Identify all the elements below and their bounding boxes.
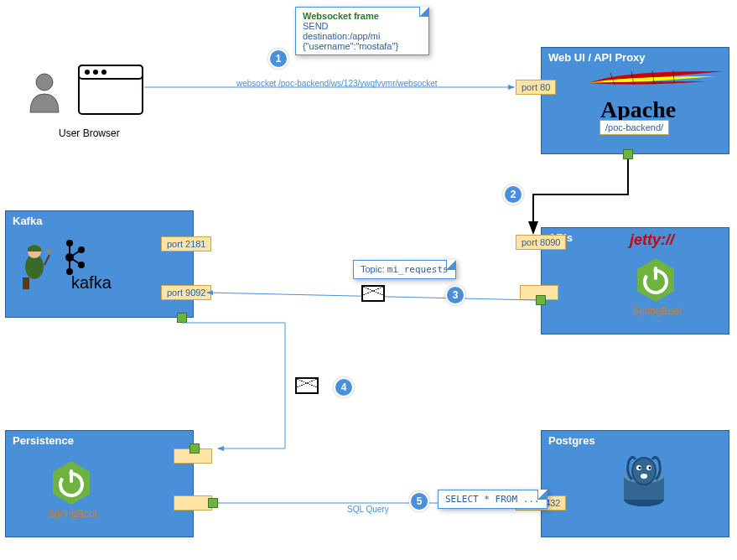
ws-frame-title: Websocket frame [303, 11, 422, 21]
apache-box: Web UI / API Proxy Apache [541, 47, 729, 154]
svg-point-37 [641, 474, 647, 479]
sql-query-label: SQL Query [347, 505, 389, 514]
kafka-brand: kafka [71, 273, 112, 293]
kafka-port-9092: port 9092 [161, 285, 211, 300]
ws-line2: destination:/app/mi [303, 31, 422, 41]
persistence-title: Persistence [13, 434, 74, 447]
apache-title: Web UI / API Proxy [548, 51, 646, 64]
apache-proxy-path: /poc-backend/ [599, 120, 669, 135]
sql-text: SELECT * FROM ... [445, 494, 540, 505]
svg-point-0 [36, 74, 53, 91]
persistence-out-node [208, 498, 218, 508]
svg-point-36 [649, 467, 651, 469]
svg-rect-28 [70, 469, 73, 483]
springboot-icon [632, 257, 679, 303]
svg-point-3 [85, 70, 90, 75]
topic-note: Topic: mi_requests [353, 260, 456, 279]
apache-feather-icon [585, 66, 728, 100]
step-4: 4 [334, 377, 354, 397]
step-2: 2 [503, 184, 523, 205]
svg-rect-12 [654, 267, 657, 280]
ws-url-label: websocket /poc-backend/ws/123/ywqfvvmr/w… [236, 79, 438, 88]
step-1: 1 [268, 49, 288, 69]
persistence-out-port [174, 495, 212, 511]
ws-line1: SEND [303, 21, 422, 31]
svg-point-35 [639, 467, 641, 469]
apis-port: port 8090 [516, 235, 566, 250]
jetty-brand: jetty:// [630, 231, 674, 249]
postgres-icon [617, 456, 671, 516]
postgres-title: Postgres [548, 434, 595, 447]
apis-out-node [536, 295, 546, 305]
svg-rect-2 [79, 65, 143, 79]
user-browser-label: User Browser [59, 127, 120, 139]
apache-port: port 80 [516, 80, 556, 95]
persistence-framework: SpringBoot [48, 508, 97, 520]
svg-point-32 [632, 458, 656, 485]
apache-bottom-node [623, 149, 633, 159]
springboot-icon-2 [48, 459, 95, 506]
ws-line3: {"username":"mostafa"} [303, 41, 422, 51]
persistence-in-node [189, 443, 200, 454]
browser-window-icon [77, 64, 144, 116]
svg-rect-1 [79, 65, 143, 114]
topic-value: mi_requests [387, 264, 449, 275]
step-5: 5 [409, 491, 429, 511]
sql-note: SELECT * FROM ... [438, 490, 548, 509]
svg-line-16 [44, 255, 49, 265]
kafka-box: Kafka kafka [5, 210, 194, 318]
svg-rect-17 [47, 250, 52, 253]
step-3: 3 [445, 285, 465, 305]
svg-rect-13 [23, 277, 29, 289]
svg-point-4 [93, 70, 98, 75]
persistence-box: Persistence SpringBoot [5, 430, 194, 537]
kafka-port-2181: port 2181 [161, 236, 211, 251]
kafka-title: Kafka [13, 215, 42, 227]
apis-framework: SpringBoot [632, 305, 682, 317]
envelope-icon-2 [295, 377, 319, 394]
websocket-frame-note: Websocket frame SEND destination:/app/mi… [295, 7, 429, 55]
kafka-logo-icon [61, 236, 86, 278]
envelope-icon-1 [361, 285, 385, 302]
apis-box: APIs jetty:// SpringBoot [541, 227, 729, 334]
zookeeper-icon [18, 240, 53, 290]
topic-label: Topic: [361, 264, 385, 274]
postgres-box: Postgres [541, 430, 729, 537]
kafka-bottom-node [177, 313, 187, 323]
user-icon [23, 70, 65, 119]
svg-point-5 [101, 70, 106, 75]
